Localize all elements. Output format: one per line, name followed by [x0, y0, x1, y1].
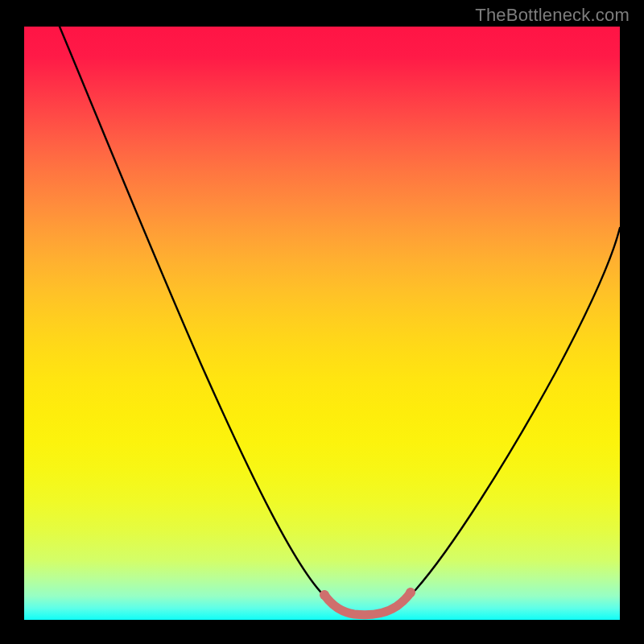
curve-line: [60, 27, 620, 613]
chart-frame: TheBottleneck.com: [0, 0, 644, 644]
plot-area: [24, 27, 620, 620]
chart-lines: [24, 27, 620, 620]
highlight-dot-right: [406, 588, 415, 597]
watermark-text: TheBottleneck.com: [475, 5, 630, 26]
highlight-segment: [324, 592, 411, 615]
highlight-dot-left: [320, 590, 329, 600]
